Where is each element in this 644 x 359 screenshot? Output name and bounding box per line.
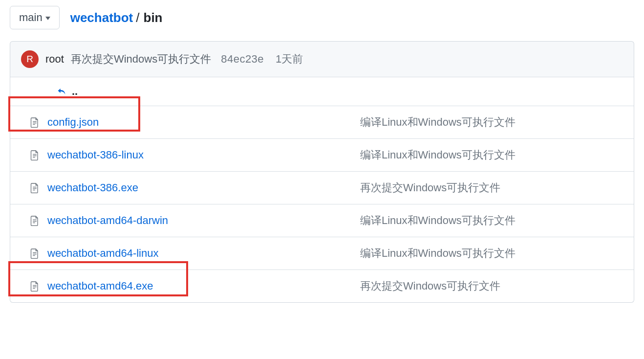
file-name[interactable]: wechatbot-amd64-linux: [47, 247, 360, 260]
file-icon: [19, 281, 47, 292]
file-list: .. config.json编译Linux和Windows可执行文件wechat…: [10, 77, 634, 303]
committer-name[interactable]: root: [45, 53, 64, 66]
breadcrumb-repo[interactable]: wechatbot: [70, 10, 133, 25]
file-name[interactable]: wechatbot-amd64.exe: [47, 280, 360, 292]
commit-time: 1天前: [276, 52, 303, 67]
file-name[interactable]: wechatbot-386.exe: [47, 181, 360, 194]
file-icon: [19, 215, 47, 226]
branch-selector[interactable]: main: [10, 6, 60, 29]
chevron-down-icon: [45, 17, 50, 20]
file-commit-message[interactable]: 编译Linux和Windows可执行文件: [360, 115, 625, 130]
parent-directory-row[interactable]: ..: [10, 77, 634, 106]
file-row: config.json编译Linux和Windows可执行文件: [10, 106, 634, 139]
file-commit-message[interactable]: 再次提交Windows可执行文件: [360, 279, 625, 293]
file-icon: [19, 248, 47, 259]
file-commit-message[interactable]: 编译Linux和Windows可执行文件: [360, 213, 625, 228]
commit-message[interactable]: 再次提交Windows可执行文件: [71, 52, 211, 67]
latest-commit-bar: R root 再次提交Windows可执行文件 84ec23e 1天前: [10, 41, 634, 77]
file-icon: [19, 150, 47, 160]
parent-dots: ..: [72, 85, 78, 98]
file-row: wechatbot-amd64-linux编译Linux和Windows可执行文…: [10, 237, 634, 270]
file-commit-message[interactable]: 编译Linux和Windows可执行文件: [360, 148, 625, 162]
breadcrumb: wechatbot / bin: [70, 10, 163, 25]
file-commit-message[interactable]: 再次提交Windows可执行文件: [360, 180, 625, 195]
breadcrumb-separator: /: [135, 10, 141, 25]
file-row: wechatbot-386-linux编译Linux和Windows可执行文件: [10, 139, 634, 172]
file-icon: [19, 182, 47, 193]
branch-name: main: [19, 11, 43, 24]
file-row: wechatbot-386.exe再次提交Windows可执行文件: [10, 172, 634, 204]
file-icon: [19, 117, 47, 128]
avatar[interactable]: R: [21, 50, 39, 68]
breadcrumb-dir: bin: [144, 10, 163, 25]
file-row: wechatbot-amd64-darwin编译Linux和Windows可执行…: [10, 204, 634, 237]
commit-hash[interactable]: 84ec23e: [221, 53, 264, 66]
file-row: wechatbot-amd64.exe再次提交Windows可执行文件: [10, 270, 634, 302]
file-name[interactable]: wechatbot-386-linux: [47, 149, 360, 161]
file-name[interactable]: wechatbot-amd64-darwin: [47, 214, 360, 227]
file-name[interactable]: config.json: [47, 116, 360, 129]
file-commit-message[interactable]: 编译Linux和Windows可执行文件: [360, 246, 625, 261]
reply-arrow-icon: [56, 87, 67, 96]
